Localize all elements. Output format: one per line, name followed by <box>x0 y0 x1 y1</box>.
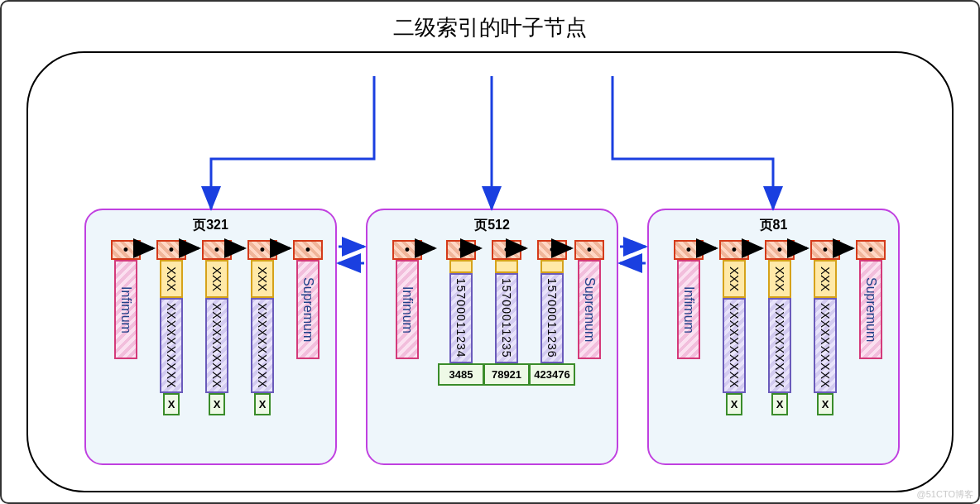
page-512: 页512 • Infimum • 蝉沐风 15700011234 3485 • … <box>366 209 618 465</box>
page512-rec2: • 蝉沐风 15700011235 78921 <box>483 240 530 386</box>
rec-pk: 3485 <box>438 363 484 386</box>
rec-col: XXXXXXXXXX <box>251 298 274 393</box>
page-321-title: 页321 <box>86 217 335 234</box>
record-header-dot: • <box>247 240 277 260</box>
rec-key: XXX <box>251 260 274 298</box>
supremum-label: Supremum <box>296 260 319 359</box>
record-header-dot: • <box>392 240 422 260</box>
page81-infimum: • Infimum <box>674 240 704 359</box>
page-81-title: 页81 <box>649 217 898 234</box>
record-header-dot: • <box>765 240 795 260</box>
record-header-dot: • <box>674 240 704 260</box>
rec-pk: X <box>163 393 180 415</box>
diagram-title: 二级索引的叶子节点 <box>2 13 978 42</box>
rec-pk: 78921 <box>483 363 530 386</box>
rec-key: XXX <box>723 260 746 298</box>
rec-pk: X <box>771 393 789 415</box>
rec-pk: X <box>209 393 226 415</box>
record-header-dot: • <box>293 240 323 260</box>
page-81: 页81 • Infimum • XXX XXXXXXXXXX X • XXX X… <box>647 209 900 465</box>
page512-infimum: • Infimum <box>392 240 422 359</box>
page321-infimum: • Infimum <box>111 240 141 359</box>
record-header-dot: • <box>492 240 521 260</box>
record-header-dot: • <box>446 240 476 260</box>
page321-rec1: • XXX XXXXXXXXXX X <box>156 240 186 415</box>
record-header-dot: • <box>719 240 749 260</box>
rec-col: XXXXXXXXXX <box>205 298 228 393</box>
rec-key: XXX <box>205 260 228 298</box>
rec-col: XXXXXXXXXX <box>723 298 746 393</box>
rec-col: XXXXXXXXXX <box>160 298 183 393</box>
rec-key: 蝉沐风 <box>540 260 564 273</box>
page512-supremum: • Supremum <box>574 240 604 359</box>
rec-key: XXX <box>768 260 791 298</box>
record-header-dot: • <box>111 240 141 260</box>
rec-pk: X <box>817 393 834 415</box>
record-header-dot: • <box>856 240 886 260</box>
supremum-label: Supremum <box>578 260 601 359</box>
rec-pk: X <box>726 393 743 415</box>
record-header-dot: • <box>537 240 567 260</box>
page-512-title: 页512 <box>368 217 617 234</box>
rec-key: 蝉沐风 <box>449 260 473 273</box>
record-header-dot: • <box>156 240 186 260</box>
page81-rec2: • XXX XXXXXXXXXX X <box>765 240 795 415</box>
infimum-label: Infimum <box>114 260 137 359</box>
page81-rec1: • XXX XXXXXXXXXX X <box>719 240 749 415</box>
record-header-dot: • <box>202 240 232 260</box>
supremum-label: Supremum <box>859 260 882 359</box>
rec-col: 15700011234 <box>449 273 473 363</box>
record-header-dot: • <box>810 240 840 260</box>
page512-rec3: • 蝉沐风 15700011236 423476 <box>529 240 575 386</box>
record-header-dot: • <box>574 240 604 260</box>
infimum-label: Infimum <box>396 260 419 359</box>
infimum-label: Infimum <box>677 260 700 359</box>
rec-pk: 423476 <box>529 363 575 386</box>
watermark: @51CTO博客 <box>917 488 973 501</box>
page321-rec2: • XXX XXXXXXXXXX X <box>202 240 232 415</box>
page321-supremum: • Supremum <box>293 240 323 359</box>
rec-key: XXX <box>814 260 837 298</box>
page81-supremum: • Supremum <box>856 240 886 359</box>
page-321: 页321 • Infimum • XXX XXXXXXXXXX X • XXX … <box>84 209 337 465</box>
rec-key: XXX <box>160 260 183 298</box>
rec-col: 15700011235 <box>495 273 518 363</box>
rec-pk: X <box>254 393 271 415</box>
page512-rec1: • 蝉沐风 15700011234 3485 <box>438 240 484 386</box>
page81-rec3: • XXX XXXXXXXXXX X <box>810 240 840 415</box>
rec-col: XXXXXXXXXX <box>768 298 791 393</box>
rec-col: XXXXXXXXXX <box>814 298 837 393</box>
outer-frame: 二级索引的叶子节点 页321 • Infimum • XXX XXXXXXXXX… <box>0 0 980 504</box>
page321-rec3: • XXX XXXXXXXXXX X <box>247 240 277 415</box>
rec-key: 蝉沐风 <box>495 260 518 273</box>
rec-col: 15700011236 <box>540 273 564 363</box>
